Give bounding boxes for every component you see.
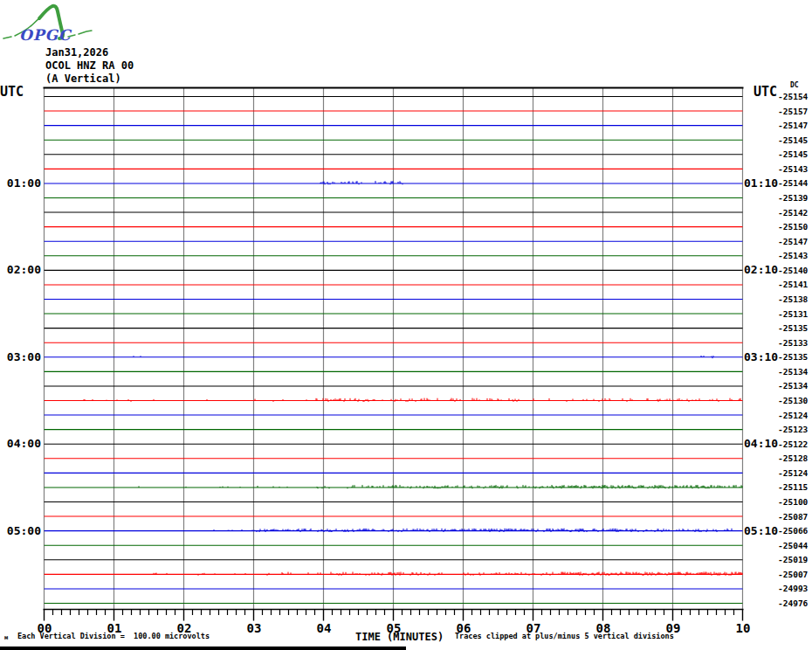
dc-value: -24976 [778, 598, 811, 608]
x-tick-label: 02 [171, 621, 197, 635]
left-time-label: 04:00 [2, 438, 41, 450]
x-tick-label: 06 [451, 621, 477, 635]
dc-value: -25139 [778, 193, 811, 203]
x-tick-label: 00 [31, 621, 58, 635]
dc-value: -25134 [778, 367, 811, 377]
x-tick-label: 04 [311, 621, 337, 635]
x-tick-label: 07 [520, 621, 547, 635]
left-time-label: 02:00 [2, 264, 41, 276]
dc-value: -25157 [778, 107, 811, 116]
webicorder-page: OPGC Jan31,2026 OCOL HNZ RA 00 (A Vertic… [0, 0, 812, 650]
dc-value: -25124 [778, 411, 811, 420]
dc-value: -25134 [778, 381, 811, 391]
dc-value: -25115 [778, 482, 811, 492]
dc-value: -25087 [778, 512, 811, 522]
dc-value: -25019 [778, 555, 811, 564]
x-tick-label: 01 [101, 621, 127, 635]
x-tick-label: 09 [660, 621, 686, 635]
dc-value: -25145 [778, 135, 811, 145]
corner-mark: м [4, 634, 8, 641]
x-tick-label: 10 [730, 621, 756, 635]
dc-value: -25135 [778, 323, 811, 333]
dc-value: -25124 [778, 468, 811, 478]
dc-value: -25147 [778, 237, 811, 246]
dc-value: -25142 [778, 208, 811, 218]
dc-value: -25100 [778, 497, 811, 507]
dc-value: -25044 [778, 541, 811, 550]
dc-value: -25007 [778, 570, 811, 579]
dc-value: -25130 [778, 396, 811, 405]
left-time-label: 05:00 [2, 525, 41, 537]
x-tick-label: 08 [590, 621, 616, 635]
x-tick-label: 05 [381, 621, 407, 635]
dc-value: -25066 [778, 526, 811, 536]
dc-value: -25141 [778, 280, 811, 289]
dc-value: -25135 [778, 352, 811, 362]
dc-value: -25122 [778, 439, 811, 449]
dc-value: -25147 [778, 121, 811, 130]
footnote-clip: Traces clipped at plus/minus 5 vertical … [455, 632, 674, 640]
dc-value: -25123 [778, 425, 811, 434]
dc-value: -25144 [778, 178, 811, 188]
dc-value: -25131 [778, 309, 811, 319]
dc-value: -25143 [778, 251, 811, 260]
x-tick-label: 03 [241, 621, 267, 635]
dc-value: -25133 [778, 338, 811, 348]
dc-value: -24993 [778, 584, 811, 593]
dc-value: -25128 [778, 453, 811, 463]
left-time-label: 03:00 [2, 351, 41, 363]
seismogram-plot [0, 0, 812, 650]
left-time-label: 01:00 [2, 177, 41, 190]
dc-value: -25143 [778, 164, 811, 174]
bottom-border-bar [0, 647, 406, 650]
dc-value: -25150 [778, 222, 811, 232]
dc-value: -25140 [778, 266, 811, 275]
dc-value: -25138 [778, 294, 811, 304]
dc-value: -25145 [778, 149, 811, 159]
dc-value: -25154 [778, 92, 811, 101]
